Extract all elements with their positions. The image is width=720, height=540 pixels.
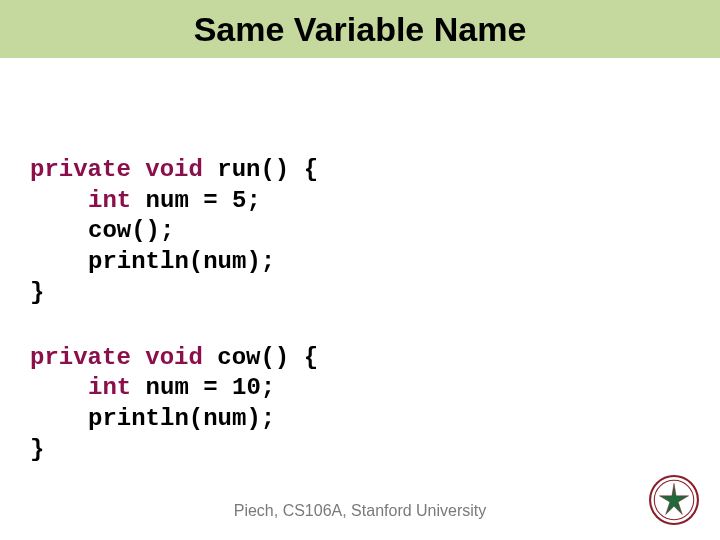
code-line: }	[30, 278, 318, 309]
code-line: private void run() {	[30, 155, 318, 186]
footer-text: Piech, CS106A, Stanford University	[0, 502, 720, 520]
code-block-run: private void run() { int num = 5; cow();…	[30, 155, 318, 309]
code-line: int num = 5;	[30, 186, 318, 217]
code-line: int num = 10;	[30, 373, 318, 404]
code-area: private void run() { int num = 5; cow();…	[30, 155, 318, 499]
code-line: println(num);	[30, 404, 318, 435]
code-block-cow: private void cow() { int num = 10; print…	[30, 343, 318, 466]
title-bar: Same Variable Name	[0, 0, 720, 58]
slide-title: Same Variable Name	[194, 10, 527, 49]
code-line: cow();	[30, 216, 318, 247]
code-line: }	[30, 435, 318, 466]
code-line: private void cow() {	[30, 343, 318, 374]
stanford-seal-icon	[648, 474, 700, 526]
code-line: println(num);	[30, 247, 318, 278]
